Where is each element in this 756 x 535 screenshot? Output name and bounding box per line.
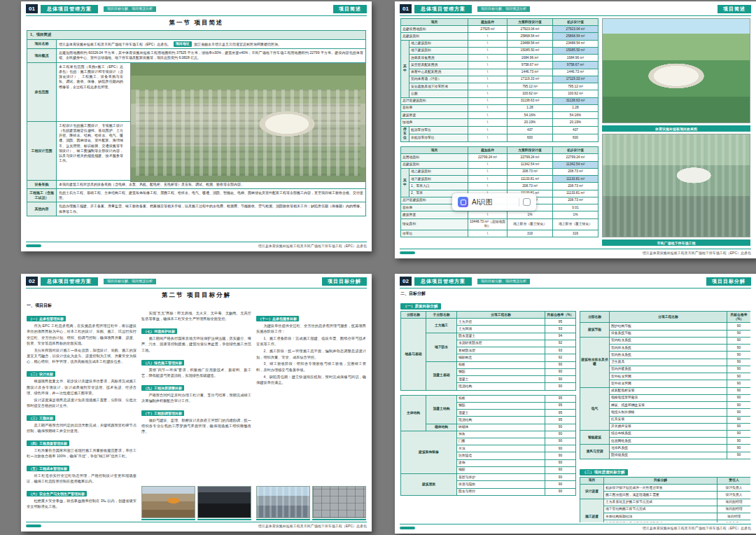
table-cell: 208.73 m² xyxy=(553,183,598,190)
table-cell: 基层与保护 xyxy=(457,474,545,481)
table-cell: 1684.96 m² xyxy=(507,55,553,62)
objective-paragraphs: 实现“五无”目标：即无坍塌、无火灾、无中毒、无触电、无高空坠落等事故，确保本工程… xyxy=(141,310,251,322)
parking-plaza-rendering xyxy=(602,134,750,237)
objective-paragraphs: 施工期间严格执行国家及地方环境保护法律法规，落实扬尘、噪声、污水、固废等控制措施… xyxy=(141,335,251,353)
chapter-subtabs: 项目目标分解、项目情况分析 xyxy=(477,6,530,12)
table-row: 分部名称 子分部名称 分项工程名称 目标合格率（%） xyxy=(401,312,576,319)
photo-caption: 地下防水 xyxy=(197,519,251,520)
document-page-1: 01 总体项目管理方案 项目目标分解、项目情况分析 项目简述 第一节 项目简述 … xyxy=(21,1,372,251)
objective-paragraph: 2、施工阶段：统一管理施工总平面，编制并动态调整总进度计划，组织质量、安全、成本… xyxy=(256,348,366,360)
table-cell: \ xyxy=(468,62,507,69)
objective-section: 实现“五无”目标：即无坍塌、无火灾、无中毒、无触电、无高空坠落等事故，确保本工程… xyxy=(141,310,251,322)
table-cell: 17119.33 m² xyxy=(507,76,553,83)
indicators-layout: 项目 规划条件 方案阶段设计值 初步设计值 xyxy=(400,18,750,246)
table-cell: 600 xyxy=(553,134,598,141)
table-cell: 90 xyxy=(727,452,751,459)
stadium-shape xyxy=(258,111,316,137)
row-label: 其他内容 xyxy=(27,202,57,216)
table-cell: 绿地率 xyxy=(401,119,468,126)
table-cell: 22799.24 m² xyxy=(507,154,553,161)
table-cell: 绿化面积 xyxy=(401,218,468,230)
table-row: 绿地率 \ 20.19% 20.19% xyxy=(401,119,598,126)
table-cell: 90 xyxy=(545,481,576,488)
table-cell: 90 xyxy=(545,445,576,452)
table-cell: 卷材防水层 xyxy=(457,347,545,354)
table-row: 其他内容 包括办理施工报建、开工备案、质量监督、竣工验收备案、档案移交等相关手续… xyxy=(27,202,366,216)
chapter-number-badge: 01 xyxy=(400,4,412,13)
table-cell: 9758.67 m² xyxy=(507,62,553,69)
table-cell: 15085.50 m² xyxy=(507,47,553,54)
photo-image xyxy=(197,486,251,518)
table-cell: 地上建筑面积 xyxy=(410,168,468,175)
table-cell: 细部 xyxy=(457,466,545,473)
table-cell: 1% xyxy=(553,211,598,218)
construction-photo: 混凝土主体结构 xyxy=(312,486,366,520)
row-text: 包括办理施工报建、开工备案、质量监督、竣工验收备案、档案移交等相关手续，以及施工… xyxy=(57,202,366,216)
objective-heading: （一）总承包管理目标 xyxy=(27,316,66,321)
table-cell: 成套配电柜安装 xyxy=(610,387,727,394)
table-cell: 95 xyxy=(545,402,576,409)
table-cell: 抹灰 xyxy=(457,431,545,438)
table-cell: \ xyxy=(468,76,507,83)
rendering-caption: 市民广场地下停车场工程 xyxy=(602,239,750,246)
objective-paragraph: 施工期间严格执行国家及地方环境保护法律法规，落实扬尘、噪声、污水、固废等控制措施… xyxy=(141,335,251,353)
table-cell: 室内给水系统 xyxy=(610,337,727,344)
objective-section: （三）工期目标 总工期严格按合同约定的日历天数完成，关键线路按里程碑节点控制，确… xyxy=(27,410,136,435)
table-row: 项目概况 总规划用地面积约 60326.04 平方米，其中体育设施补短板工程用地… xyxy=(27,49,366,63)
objective-section: （七）环境保护目标 施工期间严格执行国家及地方环境保护法律法规，落实扬尘、噪声、… xyxy=(141,323,251,353)
table-row: 项目 规划条件 方案阶段设计值 初步设计值 xyxy=(401,19,598,26)
footer-text: 缙云县体育设施补短板工程及市民广场地下停车场工程（EPC）总承包 xyxy=(643,251,751,255)
table-cell: \ xyxy=(468,176,507,183)
document-page-4: 02 总体项目管理方案 项目目标分解、项目情况分析 项目目标分解 二、目标分解 … xyxy=(395,274,756,534)
screenshot-canvas: { "watermark": {"label": "AI识图"}, "foote… xyxy=(0,0,756,535)
table-cell: 卫生器具 xyxy=(610,359,727,366)
table-cell: 23488.54 m² xyxy=(553,40,598,47)
table-cell: 94 xyxy=(545,333,576,340)
table-cell: 22799.24 m² xyxy=(468,154,507,161)
table-row: 公厕 \ 100.62 m² 100.62 m² xyxy=(401,90,598,97)
table-cell: 95 xyxy=(545,319,576,326)
table-cell: 建筑装饰装修 xyxy=(401,431,457,473)
table-cell: \ xyxy=(468,112,507,119)
objective-paragraph: 4、缺陷责任期：建立快速响应机制，按时完成保修与回访，确保建设单位满意。 xyxy=(256,374,366,386)
table-cell: 土方施工 xyxy=(426,319,457,333)
objective-section: （八）绿色施工管理目标 贯彻“四节一环保”要求，积极推广应用新技术、新材料、新工… xyxy=(141,354,251,379)
table-row: 安全疏散及地下停车区域 \ 795.12 m² 795.12 m² xyxy=(401,83,598,90)
table-row: 通风与空调 送排风系统 90 xyxy=(580,445,751,452)
table-cell: 31138.63 m² xyxy=(507,97,553,104)
table-cell: 目标分解 xyxy=(604,477,718,484)
table-cell: 停车位 xyxy=(401,126,410,142)
table-row: 绿化面积 10448.73 m²（总绿地面积） 地上部分（覆土绿化） 地上部分（… xyxy=(401,218,598,230)
table-cell: 208.73 m² xyxy=(507,183,553,190)
table-cell: 设计进度 xyxy=(580,485,604,499)
table-row: 智能建筑 综合布线系统 90 xyxy=(580,430,751,437)
ai-image-recognition-button[interactable]: AI识图 xyxy=(452,193,536,211)
header-rule xyxy=(400,15,751,16)
photo-image xyxy=(141,486,195,518)
table-cell: 送排风系统 xyxy=(610,445,727,452)
table-cell: 90 xyxy=(727,438,751,445)
photo-image xyxy=(256,486,310,518)
table-cell: 砖砌体 xyxy=(457,424,545,431)
objective-section: （二）设计目标 根据项目批复文件、初步设计及建设单位要求，高标准完成施工图设计及… xyxy=(27,366,136,410)
objective-paragraph: 工程质量符合国家和浙江省现行施工质量验收规范要求，单位工程一次验收合格率 100… xyxy=(27,447,136,459)
table-cell: 22799.24 m² xyxy=(553,154,598,161)
table-cell: 90 xyxy=(545,474,576,481)
chapter-number-badge: 02 xyxy=(400,277,412,286)
table-cell: 208.73 m² xyxy=(553,168,598,175)
table-cell: 初步设计值 xyxy=(553,147,598,154)
table-cell: 连廊及设备用房 xyxy=(410,55,468,62)
objective-section: （六）安全生产与文明生产管理目标 杜绝重大安全事故，轻伤事故频率控制在 3‰ 以… xyxy=(27,485,136,510)
table-cell: 非机动车停车位 xyxy=(410,134,468,141)
table-row: 建筑密度 \ 1% 1% xyxy=(401,211,598,218)
table-cell: 地上建筑面积 xyxy=(410,40,468,47)
objective-paragraphs: 作为 EPC 工程总承包商，在实施总承包管理过程中，将以建设单位的项目目标为中心… xyxy=(27,323,136,365)
table-cell: 地下建筑面积 xyxy=(410,47,468,54)
expand-icon[interactable] xyxy=(523,198,531,206)
table-cell: 总建筑面积 xyxy=(401,33,468,40)
table-cell: 灯具安装 xyxy=(610,416,727,423)
section-title: 第一节 项目简述 xyxy=(27,19,366,27)
table-cell: 混凝土结构 xyxy=(426,395,457,424)
table-cell: 27923.04 m² xyxy=(553,26,598,33)
table-cell: 土方及基坑支护施工按节点完成 xyxy=(604,499,718,506)
